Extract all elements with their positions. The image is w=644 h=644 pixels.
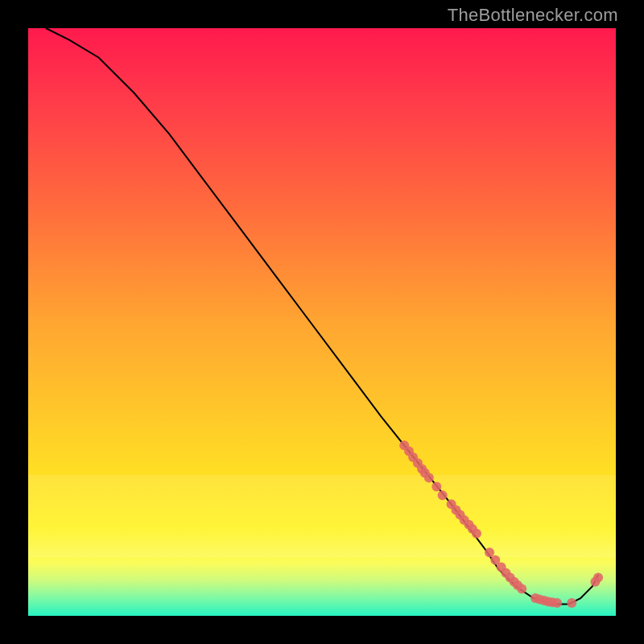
data-point (567, 598, 576, 608)
data-point (472, 529, 481, 539)
plot-svg (28, 28, 616, 616)
data-point (552, 598, 562, 608)
data-point (593, 573, 603, 583)
points-layer (399, 440, 603, 608)
data-point (424, 473, 434, 482)
chart-stage: TheBottlenecker.com (0, 0, 644, 644)
plot-area (28, 28, 616, 616)
watermark-label: TheBottlenecker.com (448, 5, 618, 26)
curve-path (46, 28, 598, 604)
data-point (431, 481, 441, 491)
data-point (517, 584, 526, 593)
data-point (485, 547, 494, 557)
curve-layer (46, 28, 598, 604)
data-point (438, 490, 448, 500)
